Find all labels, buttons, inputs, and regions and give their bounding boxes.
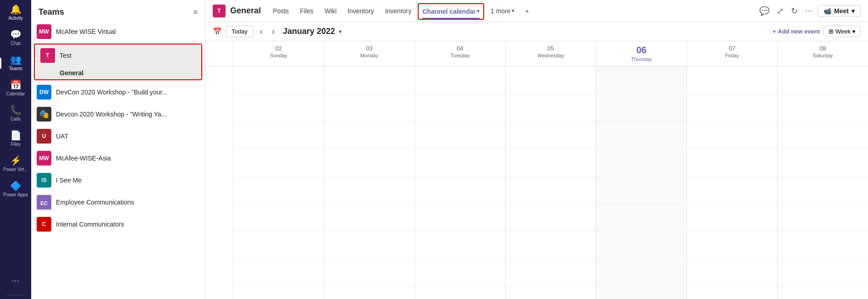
- team-item-internal-comm[interactable]: C Internal Communicators ···: [31, 213, 205, 235]
- team-item-devcon-build[interactable]: DW DevCon 2020 Workshop - "Build your...…: [31, 81, 205, 103]
- plus-icon: +: [525, 7, 529, 15]
- team-item-mcafee-wise[interactable]: MW McAfee WISE Virtual ···: [31, 21, 205, 43]
- team-name-devcon-build: DevCon 2020 Workshop - "Build your...: [56, 89, 190, 96]
- refresh-icon[interactable]: ↻: [789, 4, 800, 18]
- avatar-employee-comms: EC: [37, 195, 51, 210]
- team-name-devcon-writing: Devcon 2020 Workshop - "Writing Ya...: [56, 111, 190, 118]
- prev-button[interactable]: ‹: [257, 26, 265, 37]
- tab-channel-calendar[interactable]: Channel calendar ▾: [419, 4, 483, 19]
- rail-item-power-apps[interactable]: 🔷 Power Apps: [0, 177, 31, 202]
- filter-icon[interactable]: ≡: [194, 8, 198, 17]
- power-apps-icon: 🔷: [10, 181, 22, 190]
- team-name-uat: UAT: [56, 133, 190, 140]
- tab-wiki[interactable]: Wiki: [320, 0, 341, 22]
- channel-avatar: T: [213, 5, 226, 17]
- team-name-mcafee-asia: McAfee-WISE-Asia: [56, 155, 190, 162]
- day-num-2: 04: [457, 45, 463, 52]
- month-dropdown-icon[interactable]: ▾: [339, 28, 342, 35]
- sidebar-title: Teams: [39, 7, 64, 17]
- day-col-5[interactable]: [686, 66, 777, 299]
- add-event-button[interactable]: + Add new event: [773, 28, 820, 35]
- day-name-5: Friday: [725, 53, 739, 58]
- calendar-body[interactable]: 11 AM 12 PM 1 PM 2 PM: [205, 66, 868, 299]
- day-name-4: Thursday: [631, 56, 652, 62]
- left-rail: 🔔 Activity 💬 Chat 👥 Teams 📅 Calendar 📞 C…: [0, 0, 31, 299]
- tab-files[interactable]: Files: [295, 0, 318, 22]
- day-header-3: 05 Wednesday: [505, 41, 596, 66]
- overflow-icon[interactable]: ···: [803, 4, 814, 17]
- rail-item-teams[interactable]: 👥 Teams: [0, 50, 31, 76]
- day-col-4-thursday[interactable]: [596, 66, 686, 299]
- today-button[interactable]: Today: [226, 26, 254, 37]
- avatar-test: T: [40, 48, 55, 63]
- avatar-devcon-writing: 🎭: [37, 107, 51, 122]
- rail-item-activity[interactable]: 🔔 Activity: [0, 0, 31, 25]
- calendar-grid: 11 AM 12 PM 1 PM 2 PM: [205, 66, 868, 299]
- time-header-spacer: [205, 41, 233, 66]
- day-num-3: 05: [547, 45, 554, 52]
- chat-bubble-icon[interactable]: 💬: [757, 4, 771, 18]
- tab-inventory1[interactable]: Inventory: [343, 0, 379, 22]
- day-col-2[interactable]: [415, 66, 505, 299]
- team-item-uat[interactable]: U UAT ···: [31, 125, 205, 147]
- team-item-devcon-writing[interactable]: 🎭 Devcon 2020 Workshop - "Writing Ya... …: [31, 103, 205, 125]
- calendar-header: 02 Sunday 03 Monday 04 Tuesday 05 Wednes…: [205, 41, 868, 66]
- tab-posts[interactable]: Posts: [268, 0, 293, 22]
- day-name-2: Tuesday: [450, 53, 470, 58]
- avatar-mcafee-asia: MW: [37, 151, 51, 166]
- channel-name-general: General: [60, 69, 83, 77]
- team-name-i-see-me: I See Me: [56, 177, 190, 184]
- meet-dropdown-icon: ▾: [851, 7, 855, 15]
- month-year-label[interactable]: January 2022: [283, 27, 335, 36]
- expand-icon[interactable]: ⤢: [775, 4, 785, 18]
- sidebar: Teams ≡ MW McAfee WISE Virtual ··· T Tes…: [31, 0, 205, 299]
- plus-icon-event: +: [773, 28, 776, 35]
- meet-button[interactable]: 📹 Meet ▾: [818, 5, 861, 17]
- more-icon: ···: [12, 276, 20, 285]
- time-label-empty-3: [205, 122, 233, 149]
- time-label-empty-8: [205, 259, 233, 287]
- time-label-empty-5: [205, 177, 233, 204]
- day-col-1[interactable]: [324, 66, 415, 299]
- avatar-devcon-build: DW: [37, 85, 51, 100]
- team-item-test[interactable]: T Test ···: [35, 44, 201, 66]
- day-name-3: Wednesday: [537, 53, 564, 58]
- cell-0-0[interactable]: [233, 66, 324, 94]
- rail-item-calls[interactable]: 📞 Calls: [0, 101, 31, 126]
- topbar: T General Posts Files Wiki Inventory Inv…: [205, 0, 868, 22]
- week-view-button[interactable]: ⊞ Week ▾: [824, 26, 861, 37]
- topbar-actions: 💬 ⤢ ↻ ··· 📹 Meet ▾: [757, 4, 861, 18]
- day-num-1: 03: [366, 45, 372, 52]
- team-name-internal-comm: Internal Communicators: [56, 221, 190, 228]
- rail-item-more[interactable]: ···: [0, 271, 31, 289]
- time-column: 11 AM 12 PM 1 PM 2 PM: [205, 66, 233, 299]
- day-header-6: 08 Saturday: [777, 41, 868, 66]
- day-num-4: 06: [598, 45, 685, 55]
- chat-icon: 💬: [10, 30, 22, 39]
- add-tab-button[interactable]: +: [521, 0, 534, 22]
- day-col-6[interactable]: [777, 66, 868, 299]
- day-col-0[interactable]: [233, 66, 324, 299]
- cal-toolbar-right: + Add new event ⊞ Week ▾: [773, 26, 861, 37]
- avatar-mcafee-wise: MW: [37, 24, 51, 39]
- tab-1more[interactable]: 1 more ▾: [486, 0, 519, 22]
- day-header-5: 07 Friday: [686, 41, 777, 66]
- team-item-employee-comms[interactable]: EC Employee Communications ···: [31, 191, 205, 213]
- team-item-mcafee-asia[interactable]: MW McAfee-WISE-Asia ···: [31, 147, 205, 169]
- time-label-empty-7: [205, 232, 233, 259]
- day-num-5: 07: [729, 45, 735, 52]
- channel-item-general[interactable]: General: [35, 66, 201, 79]
- day-name-6: Saturday: [813, 53, 833, 58]
- rail-item-power-virt[interactable]: ⚡ Power Virt...: [0, 151, 31, 177]
- rail-item-chat[interactable]: 💬 Chat: [0, 25, 31, 50]
- day-header-2: 04 Tuesday: [415, 41, 505, 66]
- team-name-employee-comms: Employee Communications: [56, 199, 190, 206]
- calendar-icon: 📅: [10, 80, 22, 89]
- rail-item-files[interactable]: 📄 Files: [0, 126, 31, 151]
- time-label-empty-4: [205, 149, 233, 177]
- next-button[interactable]: ›: [269, 26, 277, 37]
- rail-item-calendar[interactable]: 📅 Calendar: [0, 76, 31, 101]
- team-item-i-see-me[interactable]: IS I See Me ···: [31, 169, 205, 191]
- tab-inventory2[interactable]: Inventory: [381, 0, 416, 22]
- day-col-3[interactable]: [505, 66, 596, 299]
